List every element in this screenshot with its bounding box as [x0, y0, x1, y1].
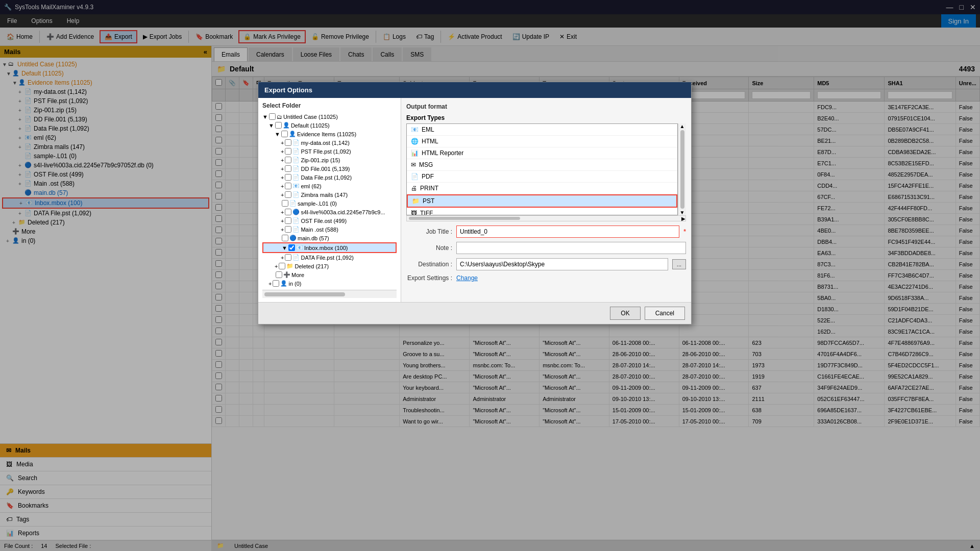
- scroll-down-btn[interactable]: ▼: [680, 210, 685, 215]
- export-dialog-header: Export Options: [258, 82, 691, 98]
- export-type-print[interactable]: 🖨 PRINT: [407, 183, 677, 194]
- dtree-check-19[interactable]: [273, 280, 279, 287]
- export-types-container: 📧 EML 🌐 HTML 📊 HTML Reporter ✉: [406, 123, 686, 215]
- scroll-thumb[interactable]: [680, 130, 684, 209]
- dtree-eml[interactable]: + 📧 eml (62): [262, 182, 397, 190]
- dtree-in[interactable]: + 👤 in (0): [262, 279, 397, 288]
- dtree-check-16[interactable]: [285, 254, 291, 261]
- dtree-default[interactable]: ▼ 👤 Default (11025): [262, 121, 397, 130]
- dtree-main-db-label: main.db (57): [298, 235, 329, 241]
- dtree-check-18[interactable]: [276, 271, 282, 278]
- export-type-pdf[interactable]: 📄 PDF: [407, 171, 677, 183]
- cancel-button[interactable]: Cancel: [645, 307, 685, 320]
- dtree-check-8[interactable]: [285, 183, 291, 189]
- dtree-check-3[interactable]: [285, 139, 291, 146]
- dtree-evidence[interactable]: ▼ 👤 Evidence Items (11025): [262, 130, 397, 138]
- dtree-default-icon: 👤: [283, 122, 290, 129]
- dtree-data-pst2[interactable]: + 📄 DATA File.pst (1,092): [262, 253, 397, 262]
- dtree-check-6[interactable]: [285, 165, 291, 172]
- change-link[interactable]: Change: [456, 274, 478, 282]
- print-type-label: PRINT: [420, 185, 438, 192]
- folder-tree-hscrollbar[interactable]: [264, 292, 345, 296]
- dtree-main-ost[interactable]: + 📄 Main .ost (588): [262, 225, 397, 234]
- export-type-html-reporter[interactable]: 📊 HTML Reporter: [407, 147, 677, 159]
- note-label: Note :: [406, 244, 452, 252]
- dtree-more-label: More: [291, 272, 304, 278]
- dtree-dd-label: DD File.001 (5,139): [301, 166, 350, 172]
- export-settings-row: Export Settings : Change: [406, 274, 686, 282]
- html-reporter-icon: 📊: [411, 149, 419, 157]
- dtree-check-11[interactable]: [285, 209, 291, 215]
- job-title-label: Job Title :: [406, 228, 452, 235]
- dtree-zimbra-label: Zimbra mails (147): [301, 192, 348, 198]
- dtree-case[interactable]: ▼ 🗂 Untitled Case (11025): [262, 112, 397, 121]
- export-type-html[interactable]: 🌐 HTML: [407, 136, 677, 147]
- destination-label: Destination :: [406, 261, 452, 268]
- output-section: Output format Export Types 📧 EML 🌐 HTML: [401, 98, 691, 302]
- dtree-ost-file[interactable]: + 📄 OST File.ost (499): [262, 216, 397, 225]
- dtree-check-4[interactable]: [285, 148, 291, 155]
- dtree-check-5[interactable]: [285, 157, 291, 163]
- dtree-sample-l01-label: sample-.L01 (0): [298, 201, 337, 207]
- dtree-dd-file[interactable]: + 📄 DD File.001 (5,139): [262, 164, 397, 173]
- dtree-expand-0: ▼: [262, 114, 268, 120]
- dtree-inbox-mbox[interactable]: ▼ 📧 Inbox.mbox (100): [262, 242, 397, 253]
- dtree-check-0[interactable]: [269, 113, 276, 120]
- eml-type-icon: 📧: [411, 126, 419, 133]
- dtree-check-13[interactable]: [285, 226, 291, 233]
- scroll-up-btn[interactable]: ▲: [680, 123, 685, 129]
- dtree-in-label: in (0): [288, 281, 301, 287]
- export-types-hscrollbar: ▶: [406, 215, 686, 221]
- destination-input[interactable]: [456, 258, 668, 270]
- dtree-deleted[interactable]: + 📁 Deleted (217): [262, 262, 397, 270]
- dtree-more[interactable]: ➕ More: [262, 270, 397, 279]
- dtree-sample-l01[interactable]: 📄 sample-.L01 (0): [262, 199, 397, 208]
- html-type-label: HTML: [422, 138, 438, 145]
- dtree-zip[interactable]: + 📄 Zip-001.zip (15): [262, 156, 397, 164]
- dtree-my-data-icon: 📄: [292, 139, 300, 146]
- dtree-data-pst2-label: DATA File.pst (1,092): [301, 255, 354, 261]
- dtree-check-9[interactable]: [285, 191, 291, 198]
- folder-section: Select Folder ▼ 🗂 Untitled Case (11025) …: [258, 98, 401, 302]
- dtree-main-db[interactable]: 🔵 main.db (57): [262, 234, 397, 242]
- export-overlay: Export Options Select Folder ▼ 🗂 Untitle…: [0, 0, 980, 551]
- dtree-zimbra[interactable]: + 📄 Zimbra mails (147): [262, 190, 397, 199]
- dtree-check-12[interactable]: [285, 217, 291, 224]
- export-types-list: 📧 EML 🌐 HTML 📊 HTML Reporter ✉: [406, 123, 678, 215]
- dtree-my-data[interactable]: + 📄 my-data.ost (1,142): [262, 138, 397, 147]
- dtree-check-2[interactable]: [281, 131, 288, 137]
- msg-type-icon: ✉: [411, 161, 416, 168]
- dtree-check-15[interactable]: [288, 244, 295, 251]
- export-type-tiff[interactable]: 🖼 TIFF: [407, 208, 677, 215]
- dtree-check-7[interactable]: [285, 174, 291, 181]
- note-input[interactable]: [456, 242, 686, 254]
- export-type-eml[interactable]: 📧 EML: [407, 124, 677, 136]
- hscroll-right[interactable]: ▶: [681, 216, 685, 221]
- dtree-check-14[interactable]: [282, 235, 288, 241]
- dtree-check-10[interactable]: [282, 200, 288, 207]
- browse-button[interactable]: ...: [672, 259, 686, 269]
- destination-row: Destination : ...: [406, 258, 686, 270]
- dtree-check-1[interactable]: [275, 122, 282, 129]
- job-title-row: Job Title : *: [406, 226, 686, 238]
- export-types-scrollbar: ▲ ▼: [678, 123, 686, 215]
- msg-type-label: MSG: [419, 161, 433, 168]
- dtree-check-17[interactable]: [279, 263, 285, 269]
- pst-type-label: PST: [423, 197, 434, 205]
- export-type-pst[interactable]: 📁 PST: [407, 194, 677, 208]
- ok-button[interactable]: OK: [610, 307, 640, 320]
- dtree-default-label: Default (11025): [291, 122, 330, 129]
- export-settings-label: Export Settings :: [406, 274, 452, 282]
- dtree-data-file[interactable]: + 📄 Data File.pst (1,092): [262, 173, 397, 182]
- dialog-folder-tree: ▼ 🗂 Untitled Case (11025) ▼ 👤 Default (1…: [262, 112, 397, 288]
- dtree-evidence-icon: 👤: [289, 131, 296, 137]
- export-dialog: Export Options Select Folder ▼ 🗂 Untitle…: [258, 82, 692, 324]
- eml-type-label: EML: [422, 126, 434, 133]
- dtree-pst-file[interactable]: + 📄 PST FIle.pst (1,092): [262, 147, 397, 156]
- job-title-input[interactable]: [456, 226, 679, 238]
- folder-section-title: Select Folder: [262, 102, 397, 109]
- export-type-msg[interactable]: ✉ MSG: [407, 159, 677, 171]
- dtree-s4i[interactable]: + 🔵 s4I-live%003a.cid.2245e77b9c9...: [262, 208, 397, 216]
- dtree-deleted-label: Deleted (217): [295, 263, 329, 269]
- hscroll-thumb[interactable]: [409, 217, 520, 220]
